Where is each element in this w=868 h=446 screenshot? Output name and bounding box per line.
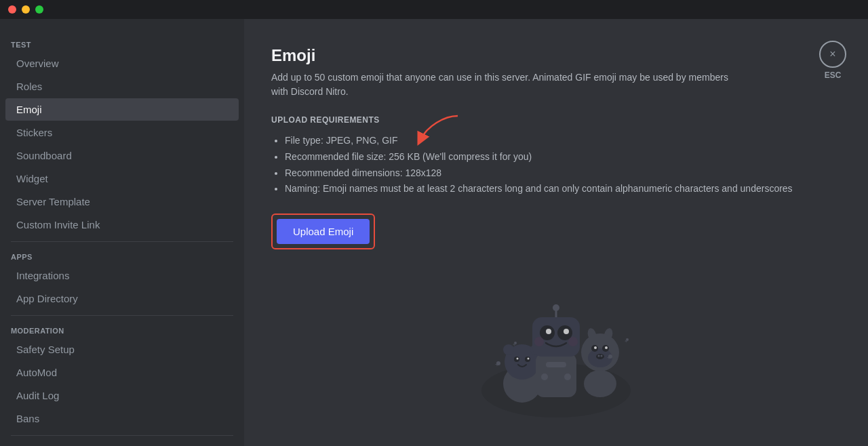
sidebar-item-custom-invite-link[interactable]: Custom Invite Link xyxy=(5,214,239,236)
svg-text:✦: ✦ xyxy=(512,342,517,348)
svg-point-6 xyxy=(528,358,530,360)
esc-circle: × xyxy=(819,41,846,68)
svg-text:+: + xyxy=(495,361,499,368)
sidebar-item-server-template[interactable]: Server Template xyxy=(5,190,239,213)
sidebar-divider-2 xyxy=(11,315,233,316)
svg-point-33 xyxy=(584,370,616,397)
sidebar-item-safety-setup[interactable]: Safety Setup xyxy=(5,338,239,361)
svg-point-32 xyxy=(601,355,603,357)
sidebar-item-integrations[interactable]: Integrations xyxy=(5,264,239,287)
illustration-area: + + ✦ ✦ xyxy=(271,282,841,418)
sidebar-section-community: COMMUNITY xyxy=(0,441,244,446)
sidebar-item-label: Server Template xyxy=(16,196,90,207)
sidebar-item-widget[interactable]: Widget xyxy=(5,167,239,190)
page-title: Emoji xyxy=(271,46,841,65)
upload-emoji-button[interactable]: Upload Emoji xyxy=(277,219,370,244)
upload-btn-wrapper: Upload Emoji xyxy=(271,214,375,249)
sidebar-item-app-directory[interactable]: App Directory xyxy=(5,287,239,310)
sidebar-item-emoji[interactable]: Emoji xyxy=(5,98,239,121)
svg-point-5 xyxy=(517,358,519,360)
svg-point-30 xyxy=(596,354,604,359)
sidebar-item-label: Integrations xyxy=(16,270,69,281)
sidebar-section-apps: APPS xyxy=(0,247,244,264)
page-description: Add up to 50 custom emoji that anyone ca… xyxy=(271,70,732,99)
sidebar-item-label: Safety Setup xyxy=(16,344,75,355)
maximize-button[interactable] xyxy=(35,5,43,14)
requirements-list: File type: JPEG, PNG, GIF Recommended fi… xyxy=(271,133,841,197)
requirement-item: File type: JPEG, PNG, GIF xyxy=(285,133,841,149)
sidebar-divider-1 xyxy=(11,241,233,242)
sidebar-item-soundboard[interactable]: Soundboard xyxy=(5,144,239,167)
sidebar-item-roles[interactable]: Roles xyxy=(5,75,239,98)
requirement-item: Recommended dimensions: 128x128 xyxy=(285,165,841,182)
sidebar-item-automod[interactable]: AutoMod xyxy=(5,361,239,384)
main-content: × ESC Emoji Add up to 50 custom emoji th… xyxy=(244,19,868,446)
svg-point-21 xyxy=(564,373,571,380)
app-layout: TEST Overview Roles Emoji Stickers Sound… xyxy=(0,19,868,446)
sidebar-item-label: Bans xyxy=(16,413,39,424)
esc-label: ESC xyxy=(825,70,842,80)
svg-point-29 xyxy=(605,346,608,349)
svg-point-11 xyxy=(553,304,559,311)
sidebar-divider-3 xyxy=(11,435,233,436)
close-icon: × xyxy=(829,48,835,60)
upload-requirements-label: UPLOAD REQUIREMENTS xyxy=(271,115,841,125)
svg-point-16 xyxy=(564,329,569,334)
svg-text:✦: ✦ xyxy=(624,338,629,344)
svg-rect-12 xyxy=(532,317,580,357)
sidebar-section-test: TEST xyxy=(0,35,244,52)
sidebar-item-stickers[interactable]: Stickers xyxy=(5,121,239,144)
sidebar-item-label: Roles xyxy=(16,81,42,92)
requirement-item: Naming: Emoji names must be at least 2 c… xyxy=(285,181,841,197)
sidebar-item-label: Emoji xyxy=(16,104,42,115)
sidebar-item-label: AutoMod xyxy=(16,367,57,378)
sidebar-item-overview[interactable]: Overview xyxy=(5,52,239,75)
minimize-button[interactable] xyxy=(22,5,30,14)
sidebar-item-bans[interactable]: Bans xyxy=(5,407,239,430)
sidebar-item-label: Widget xyxy=(16,173,48,184)
sidebar-item-label: Audit Log xyxy=(16,390,59,401)
sidebar-item-audit-log[interactable]: Audit Log xyxy=(5,384,239,407)
close-button[interactable] xyxy=(8,5,16,14)
svg-point-28 xyxy=(594,346,597,349)
svg-text:+: + xyxy=(607,354,611,361)
svg-rect-19 xyxy=(546,362,566,367)
sidebar-item-label: Overview xyxy=(16,58,59,69)
svg-point-17 xyxy=(534,337,544,346)
requirement-item: Recommended file size: 256 KB (We'll com… xyxy=(285,149,841,165)
sidebar-section-moderation: MODERATION xyxy=(0,321,244,338)
svg-point-20 xyxy=(541,373,548,380)
sidebar-item-label: App Directory xyxy=(16,293,78,304)
sidebar: TEST Overview Roles Emoji Stickers Sound… xyxy=(0,19,244,446)
titlebar xyxy=(0,0,868,19)
svg-point-31 xyxy=(598,355,600,357)
sidebar-item-label: Custom Invite Link xyxy=(16,219,100,230)
svg-point-18 xyxy=(568,337,578,346)
svg-point-15 xyxy=(546,329,551,334)
sidebar-item-label: Stickers xyxy=(16,127,52,138)
esc-button[interactable]: × ESC xyxy=(819,41,846,80)
sidebar-item-label: Soundboard xyxy=(16,150,72,161)
emoji-illustration: + + ✦ ✦ xyxy=(461,282,651,418)
